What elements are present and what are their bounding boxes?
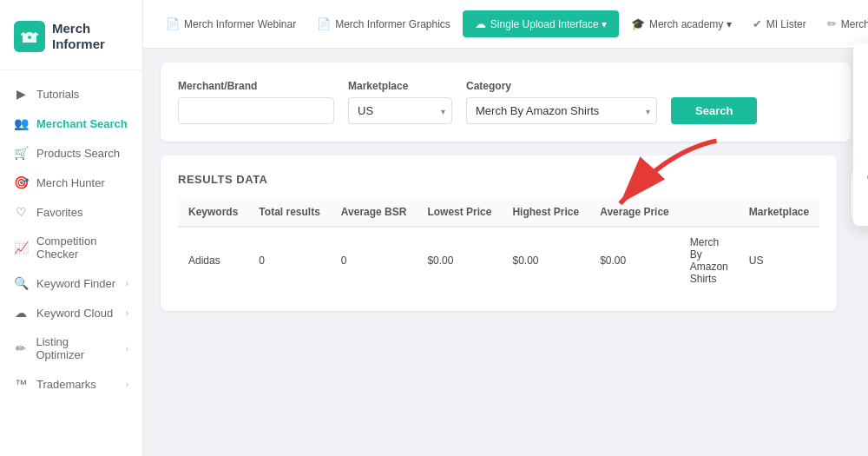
form-fields: Merchant/Brand Marketplace USUKDE ▾ [178, 80, 833, 124]
graphics-icon: 📄 [317, 17, 331, 30]
tutorials-icon: ▶ [14, 87, 28, 101]
sidebar-item-label: Keyword Finder [36, 277, 115, 290]
table-col-average-price: Average Price [589, 198, 680, 227]
sidebar-item-keyword-cloud[interactable]: ☁ Keyword Cloud › [0, 298, 142, 327]
merchant-brand-label: Merchant/Brand [178, 80, 334, 92]
sidebar-item-label: Tutorials [36, 88, 79, 101]
table-cell: $0.00 [589, 227, 680, 294]
academy-icon: 🎓 [631, 17, 645, 30]
table-cell: Adidas [178, 227, 248, 294]
nav-button-mi-lister[interactable]: ✔MI Lister [744, 12, 815, 36]
table-cell: 0 [331, 227, 418, 294]
table-cell: $0.00 [417, 227, 502, 294]
favorites-icon: ♡ [14, 205, 28, 219]
mi-lister-icon: ✔ [753, 17, 762, 30]
category-label: Category [466, 80, 657, 92]
table-cell: $0.00 [502, 227, 589, 294]
search-form: Merchant/Brand Marketplace USUKDE ▾ [161, 63, 851, 142]
table-body: Adidas00$0.00$0.00$0.00Merch By Amazon S… [178, 227, 819, 294]
merch-hunter-icon: 🎯 [14, 175, 28, 189]
nav-button-academy[interactable]: 🎓Merch academy ▾ [622, 12, 740, 36]
table-col-highest-price: Highest Price [502, 198, 589, 227]
table-header: KeywordsTotal resultsAverage BSRLowest P… [178, 198, 819, 227]
logo: i Merch Informer [0, 9, 142, 70]
sidebar-item-label: Listing Optimizer [36, 335, 116, 361]
dropdown-item-logout[interactable]: ⏻Logout [853, 192, 868, 221]
trademarks-icon: ™ [14, 377, 28, 391]
category-select-wrap: Merch By Amazon ShirtsAll ▾ [466, 97, 657, 124]
marketplace-select-wrap: USUKDE ▾ [348, 97, 452, 124]
logo-text: Merch Informer [52, 21, 105, 52]
sidebar-item-label: Merchant Search [36, 117, 128, 130]
dropdown-item-profile[interactable]: 👤Profile [853, 49, 868, 77]
sidebar-navigation: ▶ Tutorials 👥 Merchant Search 🛒 Products… [0, 79, 142, 399]
table-col-average-bsr: Average BSR [331, 198, 418, 227]
logo-icon: i [14, 21, 45, 52]
merchant-brand-input[interactable] [178, 97, 334, 124]
sidebar-item-label: Products Search [36, 147, 120, 160]
sidebar-item-listing-optimizer[interactable]: ✏ Listing Optimizer › [0, 327, 142, 369]
dropdown-item-subscription[interactable]: ⚙Subscription [853, 77, 868, 106]
chevron-right-icon: › [126, 308, 128, 318]
user-dropdown-menu: 👤Profile⚙Subscription📋Invoices©TM Protec… [853, 43, 868, 226]
category-select[interactable]: Merch By Amazon ShirtsAll [466, 97, 657, 124]
merchant-search-icon: 👥 [14, 116, 28, 130]
dropdown-item-support[interactable]: 💬Support [853, 163, 868, 192]
dropdown-item-tm-protection[interactable]: ©TM Protection [853, 135, 868, 163]
results-section: RESULTS DATA KeywordsTotal resultsAverag… [161, 155, 837, 311]
sidebar: i Merch Informer ▶ Tutorials 👥 Merchant … [0, 0, 143, 456]
sidebar-item-label: Competition Checker [36, 235, 128, 261]
search-button[interactable]: Search [671, 97, 757, 124]
sidebar-item-label: Keyword Cloud [36, 307, 113, 320]
sidebar-item-competition-checker[interactable]: 📈 Competition Checker [0, 227, 142, 268]
results-table: KeywordsTotal resultsAverage BSRLowest P… [178, 198, 819, 294]
page-body: Merchant/Brand Marketplace USUKDE ▾ [143, 49, 868, 456]
nav-button-webinar[interactable]: 📄Merch Informer Webinar [157, 12, 305, 36]
svg-text:i: i [28, 36, 29, 41]
sidebar-item-trademarks[interactable]: ™ Trademarks › [0, 369, 142, 399]
sidebar-item-favorites[interactable]: ♡ Favorites [0, 197, 142, 227]
keyword-cloud-icon: ☁ [14, 306, 28, 320]
dropdown-item-invoices[interactable]: 📋Invoices [853, 106, 868, 135]
table-col-lowest-price: Lowest Price [417, 198, 502, 227]
marketplace-group: Marketplace USUKDE ▾ [348, 80, 452, 124]
sidebar-item-label: Merch Hunter [36, 176, 105, 189]
table-cell: 0 [248, 227, 330, 294]
sidebar-item-merch-hunter[interactable]: 🎯 Merch Hunter [0, 168, 142, 197]
table-cell: Merch By Amazon Shirts [680, 227, 739, 294]
nav-button-single-upload[interactable]: ☁Single Upload Interface ▾ [463, 10, 619, 37]
main-content: 📄Merch Informer Webinar📄Merch Informer G… [143, 0, 868, 456]
results-main-col: RESULTS DATA KeywordsTotal resultsAverag… [161, 155, 837, 311]
table-header-row: KeywordsTotal resultsAverage BSRLowest P… [178, 198, 819, 227]
table-col-total-results: Total results [248, 198, 330, 227]
competition-checker-icon: 📈 [14, 241, 28, 254]
table-cell: US [739, 227, 819, 294]
keyword-finder-icon: 🔍 [14, 276, 28, 290]
single-upload-icon: ☁ [475, 17, 486, 30]
chevron-right-icon: › [126, 344, 128, 354]
table-col-keywords: Keywords [178, 198, 248, 227]
sidebar-item-products-search[interactable]: 🛒 Products Search [0, 138, 142, 168]
nav-button-graphics[interactable]: 📄Merch Informer Graphics [308, 12, 459, 36]
sidebar-item-tutorials[interactable]: ▶ Tutorials [0, 79, 142, 109]
marketplace-select[interactable]: USUKDE [348, 97, 452, 124]
merch-designer-icon: ✏ [827, 17, 837, 30]
nav-button-merch-designer[interactable]: ✏Merch Designer [819, 12, 868, 36]
webinar-icon: 📄 [166, 17, 180, 30]
marketplace-label: Marketplace [348, 80, 452, 92]
table-col- [680, 198, 739, 227]
sidebar-item-merchant-search[interactable]: 👥 Merchant Search [0, 109, 142, 138]
sidebar-item-keyword-finder[interactable]: 🔍 Keyword Finder › [0, 268, 142, 298]
results-title: RESULTS DATA [178, 173, 819, 186]
table-row: Adidas00$0.00$0.00$0.00Merch By Amazon S… [178, 227, 819, 294]
top-navigation: 📄Merch Informer Webinar📄Merch Informer G… [143, 0, 868, 49]
sidebar-item-label: Trademarks [36, 378, 96, 391]
listing-optimizer-icon: ✏ [14, 341, 27, 355]
results-row: RESULTS DATA KeywordsTotal resultsAverag… [161, 155, 851, 311]
sidebar-item-label: Favorites [36, 206, 82, 219]
category-group: Category Merch By Amazon ShirtsAll ▾ [466, 80, 657, 124]
table-col-marketplace: Marketplace [739, 198, 819, 227]
chevron-right-icon: › [126, 380, 128, 389]
chevron-right-icon: › [126, 279, 128, 288]
merchant-brand-group: Merchant/Brand [178, 80, 334, 124]
